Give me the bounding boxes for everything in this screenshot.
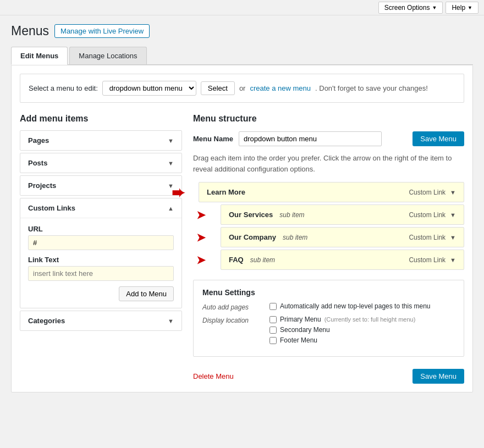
url-label: URL	[28, 225, 174, 233]
accordion-custom-links-header[interactable]: Custom Links ▲	[20, 198, 182, 218]
menu-name-label: Menu Name	[193, 135, 233, 143]
url-input[interactable]	[28, 235, 174, 250]
menu-item-services-left: Our Services sub item	[229, 211, 305, 219]
menu-item-company-expand-icon[interactable]: ▼	[450, 234, 456, 241]
link-text-form-row: Link Text	[28, 256, 174, 281]
accordion-posts-header[interactable]: Posts ▼	[20, 153, 182, 173]
menu-item-services-right: Custom Link ▼	[409, 211, 456, 219]
menu-item-our-services: ➤ Our Services sub item Custom Link ▼	[221, 204, 464, 225]
screen-options-label: Screen Options	[384, 4, 430, 12]
menu-select-dropdown[interactable]: dropdown button menu	[102, 81, 196, 96]
footer-menu-label: Footer Menu	[280, 336, 317, 344]
menu-item-faq-left: FAQ sub item	[229, 256, 275, 264]
tab-manage-locations[interactable]: Manage Locations	[69, 47, 146, 64]
accordion-posts: Posts ▼	[20, 153, 182, 173]
auto-add-pages-label: Auto add pages	[202, 302, 263, 311]
page-title: Menus	[11, 24, 49, 38]
menu-item-faq-name: FAQ	[229, 256, 244, 264]
menu-item-faq-right: Custom Link ▼	[409, 256, 456, 264]
auto-add-text: Automatically add new top-level pages to…	[280, 302, 431, 310]
menu-item-company-header: Our Company sub item Custom Link ▼	[221, 228, 464, 247]
page-header: Menus Manage with Live Preview	[11, 24, 473, 38]
link-text-label: Link Text	[28, 256, 174, 264]
screen-options-arrow-icon: ▼	[432, 5, 437, 10]
add-to-menu-button[interactable]: Add to Menu	[119, 286, 174, 301]
select-menu-bar: Select a menu to edit: dropdown button m…	[20, 74, 464, 103]
menu-item-learn-more-type: Custom Link	[409, 189, 446, 196]
accordion-pages-label: Pages	[28, 136, 49, 145]
create-new-menu-link[interactable]: create a new menu	[250, 84, 311, 92]
instruction-text: Drag each item into the order you prefer…	[193, 153, 464, 174]
accordion-projects-header[interactable]: Projects ▼	[20, 176, 182, 195]
select-or-text: or	[239, 84, 246, 92]
right-panel: Menu structure Menu Name Save Menu Drag …	[193, 114, 464, 384]
sub-arrow-faq-icon: ➤	[196, 253, 206, 267]
sub-arrow-services-icon: ➤	[196, 208, 206, 222]
menu-item-services-sub: sub item	[279, 211, 304, 219]
display-location-content: Primary Menu (Currently set to: full hei…	[270, 316, 415, 344]
auto-add-pages-row: Auto add pages Automatically add new top…	[202, 302, 455, 311]
accordion-posts-label: Posts	[28, 159, 47, 167]
footer-menu-checkbox[interactable]	[270, 337, 277, 344]
link-text-input[interactable]	[28, 266, 174, 281]
menu-item-company-type: Custom Link	[409, 234, 446, 241]
help-label: Help	[452, 4, 465, 12]
screen-options-button[interactable]: Screen Options ▼	[378, 2, 443, 14]
menu-item-company-name: Our Company	[229, 233, 276, 241]
accordion-projects: Projects ▼	[20, 175, 182, 196]
menu-item-services-expand-icon[interactable]: ▼	[450, 212, 456, 218]
accordion-custom-links-arrow-icon: ▲	[168, 205, 174, 212]
select-menu-label: Select a menu to edit:	[29, 84, 98, 92]
primary-menu-row: Primary Menu (Currently set to: full hei…	[270, 316, 415, 323]
menu-items-area: ➨ Learn More Custom Link ▼	[193, 182, 464, 270]
footer-menu-row: Footer Menu	[270, 336, 415, 344]
tab-edit-menus-label: Edit Menus	[20, 52, 58, 60]
menu-item-faq-header: FAQ sub item Custom Link ▼	[221, 250, 464, 269]
menu-item-company-right: Custom Link ▼	[409, 234, 456, 241]
menu-item-learn-more-left: Learn More	[207, 188, 245, 196]
accordion-categories-header[interactable]: Categories ▼	[20, 311, 182, 330]
menu-name-input[interactable]	[239, 131, 382, 146]
menu-item-services-header: Our Services sub item Custom Link ▼	[221, 205, 464, 224]
accordion-pages: Pages ▼	[20, 130, 182, 151]
accordion-custom-links: Custom Links ▲ URL Link Text Add to Menu	[20, 198, 182, 308]
primary-menu-checkbox[interactable]	[270, 316, 277, 323]
display-location-label: Display location	[202, 316, 263, 324]
save-menu-button-bottom[interactable]: Save Menu	[413, 369, 464, 384]
delete-menu-link[interactable]: Delete Menu	[193, 372, 234, 380]
menu-settings-title: Menu Settings	[202, 288, 455, 297]
help-arrow-icon: ▼	[468, 5, 472, 10]
menu-item-learn-more-expand-icon[interactable]: ▼	[450, 189, 456, 196]
menu-item-faq-expand-icon[interactable]: ▼	[450, 257, 456, 263]
secondary-menu-checkbox[interactable]	[270, 327, 277, 334]
accordion-pages-arrow-icon: ▼	[168, 137, 174, 144]
auto-add-checkbox[interactable]	[270, 303, 277, 310]
sub-arrow-company-icon: ➤	[196, 231, 206, 244]
menu-item-faq-sub: sub item	[250, 256, 275, 264]
select-button[interactable]: Select	[201, 81, 235, 95]
tab-manage-locations-label: Manage Locations	[79, 52, 137, 60]
save-menu-button-top[interactable]: Save Menu	[413, 131, 464, 146]
custom-links-content: URL Link Text Add to Menu	[20, 218, 182, 308]
display-location-row: Display location Primary Menu (Currently…	[202, 316, 455, 344]
add-menu-items-title: Add menu items	[20, 114, 182, 124]
menu-item-our-company: ➤ Our Company sub item Custom Link ▼	[221, 227, 464, 247]
menu-structure-title: Menu structure	[193, 114, 464, 124]
auto-add-pages-content: Automatically add new top-level pages to…	[270, 302, 431, 310]
help-button[interactable]: Help ▼	[446, 2, 479, 14]
accordion-posts-arrow-icon: ▼	[168, 160, 174, 167]
menu-item-learn-more: ➨ Learn More Custom Link ▼	[199, 182, 464, 202]
accordion-pages-header[interactable]: Pages ▼	[20, 131, 182, 150]
top-bar: Screen Options ▼ Help ▼	[0, 0, 484, 15]
main-content: Menus Manage with Live Preview Edit Menu…	[0, 15, 484, 401]
menu-item-services-name: Our Services	[229, 211, 273, 219]
drag-arrow-indicator: ➨	[172, 183, 184, 201]
tab-edit-menus[interactable]: Edit Menus	[11, 47, 68, 65]
two-column-layout: Add menu items Pages ▼ Posts ▼	[20, 114, 464, 384]
menu-settings-section: Menu Settings Auto add pages Automatical…	[193, 280, 464, 357]
accordion-categories-label: Categories	[28, 317, 65, 325]
auto-add-checkbox-row: Automatically add new top-level pages to…	[270, 302, 431, 310]
accordion-categories-arrow-icon: ▼	[168, 318, 174, 324]
live-preview-button[interactable]: Manage with Live Preview	[54, 24, 150, 38]
secondary-menu-row: Secondary Menu	[270, 326, 415, 334]
